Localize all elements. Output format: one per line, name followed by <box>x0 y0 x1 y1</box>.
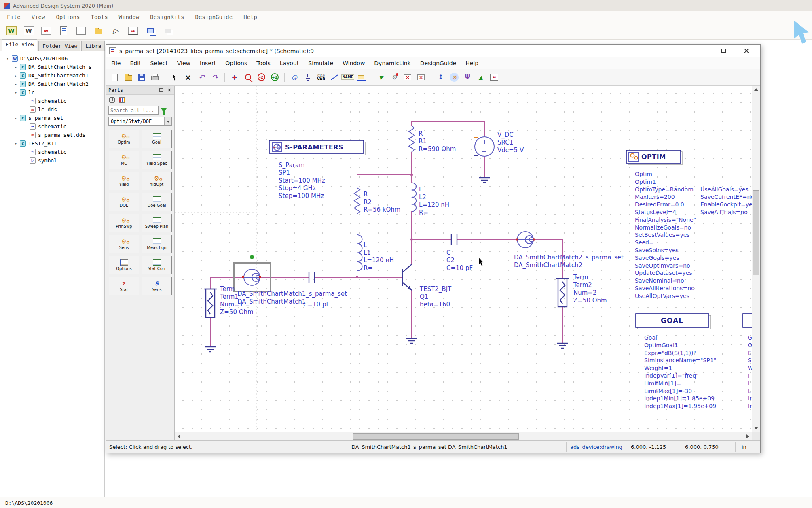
goal-header[interactable]: GOAL <box>636 314 710 329</box>
new-data-display-button[interactable]: ≈ <box>40 25 52 37</box>
run-button[interactable]: ▷ <box>110 25 122 37</box>
schematic-canvas[interactable]: S-PARAMETERS OPTIM GOAL <box>175 86 752 432</box>
component-src1[interactable] <box>474 136 494 156</box>
expander-icon[interactable] <box>13 82 19 86</box>
ground-emitter[interactable] <box>406 338 417 343</box>
zoom-area-button[interactable] <box>242 72 254 83</box>
ground-term2[interactable] <box>557 343 568 348</box>
part-options[interactable]: Options <box>109 256 139 274</box>
expander-icon[interactable] <box>13 65 19 69</box>
push-pop-hierarchy-button[interactable]: ↕ <box>435 72 446 83</box>
tree-item[interactable]: s_parma_set <box>0 114 104 122</box>
pop-out-button[interactable]: ▲ <box>475 72 486 83</box>
component-r2[interactable] <box>354 188 360 214</box>
ground-term1[interactable] <box>205 347 216 352</box>
main-menu-window[interactable]: Window <box>119 14 140 20</box>
tree-item[interactable]: DA_SmithChartMatch1 <box>0 71 104 80</box>
tree-item[interactable]: DA_SmithChartMatch_s <box>0 63 104 71</box>
optim-header[interactable]: OPTIM <box>626 150 682 165</box>
horizontal-scroll-thumb[interactable] <box>353 433 519 440</box>
tree-item[interactable]: symbol <box>0 156 104 165</box>
menu-select[interactable]: Select <box>150 60 168 66</box>
menu-edit[interactable]: Edit <box>130 60 141 66</box>
part-yldopt[interactable]: ⚙YldOpt <box>142 172 172 190</box>
part-statcorr[interactable]: Stat Corr <box>142 256 172 274</box>
main-menu-view[interactable]: View <box>32 14 45 20</box>
part-yieldspec[interactable]: Yield Spec <box>142 151 172 169</box>
scroll-down-icon[interactable] <box>752 425 760 432</box>
tree-item[interactable]: lc <box>0 88 104 97</box>
menu-options[interactable]: Options <box>225 60 247 66</box>
part-goal[interactable]: Goal <box>142 130 172 148</box>
data-display-button[interactable]: ≈ <box>127 25 139 37</box>
schematic-titlebar[interactable]: s_parma_set [20141023_lib:s_parma_set:sc… <box>106 45 760 57</box>
expander-icon[interactable] <box>13 142 19 146</box>
menu-window[interactable]: Window <box>343 60 365 66</box>
main-menu-designkits[interactable]: DesignKits <box>150 14 184 20</box>
open-design-button[interactable] <box>123 72 134 83</box>
s-parameters-header[interactable]: S-PARAMETERS <box>269 140 365 155</box>
component-r1[interactable] <box>409 126 414 152</box>
history-icon[interactable] <box>109 97 115 103</box>
schematic-wires[interactable] <box>210 121 562 347</box>
menu-dynamiclink[interactable]: DynamicLink <box>374 60 410 66</box>
part-measeqn[interactable]: Meas Eqn <box>142 235 172 253</box>
simulate-button[interactable]: ▼ <box>375 72 387 83</box>
main-menu-designguide[interactable]: DesignGuide <box>195 14 233 20</box>
menu-tools[interactable]: Tools <box>256 60 271 66</box>
insert-wire-label-button[interactable]: NAME <box>342 72 353 83</box>
part-sens[interactable]: ⚙Sens <box>109 235 139 253</box>
part-sweepplan[interactable]: Sweep Plan <box>142 214 172 232</box>
part-optim[interactable]: ⚙Optim <box>109 130 139 148</box>
new-workspace-button[interactable]: W <box>5 25 17 37</box>
tab-file-view[interactable]: File View <box>2 39 37 51</box>
expander-icon[interactable] <box>4 57 11 61</box>
select-tool-button[interactable] <box>169 72 180 83</box>
undo-button[interactable]: ↶ <box>196 72 207 83</box>
menu-insert[interactable]: Insert <box>200 60 216 66</box>
parts-category-select[interactable]: Optim/Stat/DOE <box>108 117 172 126</box>
move-component-button[interactable]: + <box>229 72 240 83</box>
tree-item[interactable]: s_parma_set.dds <box>0 131 104 139</box>
component-term2[interactable] <box>556 278 569 307</box>
insert-wire-button[interactable] <box>329 72 340 83</box>
deactivate-restore-button[interactable]: × <box>415 72 427 83</box>
component-term1[interactable] <box>204 289 217 317</box>
component-l1[interactable] <box>357 235 362 271</box>
part-doegoal[interactable]: Doe Goal <box>142 193 172 211</box>
tab-library-view[interactable]: Libra <box>81 41 105 51</box>
redo-button[interactable]: ↷ <box>209 72 220 83</box>
component-l2[interactable] <box>412 183 416 212</box>
menu-view[interactable]: View <box>177 60 190 66</box>
goal2-header[interactable] <box>743 314 752 327</box>
component-c2[interactable] <box>451 234 457 245</box>
dock-icon[interactable] <box>159 88 163 92</box>
main-menu-file[interactable]: File <box>7 14 21 20</box>
part-sens2[interactable]: SSens <box>142 277 172 295</box>
scroll-up-icon[interactable] <box>752 86 760 93</box>
part-doe[interactable]: ⚙DOE <box>109 193 139 211</box>
vertical-scrollbar[interactable] <box>752 86 760 432</box>
parts-search-input[interactable] <box>108 106 159 115</box>
close-button[interactable] <box>741 47 751 55</box>
tree-item[interactable]: TEST2_BJT <box>0 139 104 148</box>
component-da-smithchartmatch1[interactable] <box>234 255 271 291</box>
horizontal-scrollbar[interactable] <box>175 432 752 440</box>
scroll-left-icon[interactable] <box>175 432 183 440</box>
tune-button[interactable]: Ψ <box>462 72 473 83</box>
print-button[interactable] <box>149 72 161 83</box>
insert-pin-button[interactable]: ◎ <box>289 72 300 83</box>
maximize-button[interactable] <box>718 47 729 55</box>
minimize-button[interactable] <box>696 47 706 55</box>
tree-item[interactable]: schematic <box>0 148 104 156</box>
ground-src1[interactable] <box>479 178 490 183</box>
insert-var-button[interactable]: 0110VAR <box>315 72 327 83</box>
menu-designguide[interactable]: DesignGuide <box>420 60 456 66</box>
scroll-right-icon[interactable] <box>744 432 752 440</box>
open-data-display-button[interactable]: ≈ <box>488 72 500 83</box>
component-c1[interactable] <box>309 272 315 283</box>
simulation-setup-button[interactable]: ⚙ <box>448 72 460 83</box>
part-mc[interactable]: ⚙MC <box>109 151 139 169</box>
close-icon[interactable] <box>167 88 171 92</box>
zoom-in-button[interactable]: +2 <box>269 72 280 83</box>
